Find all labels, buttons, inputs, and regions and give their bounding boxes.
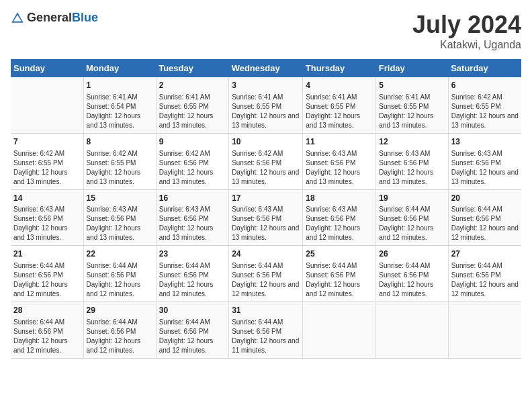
col-header-thursday: Thursday <box>303 59 376 77</box>
calendar-header-row: SundayMondayTuesdayWednesdayThursdayFrid… <box>11 59 521 77</box>
calendar-cell: 1Sunrise: 6:41 AMSunset: 6:54 PMDaylight… <box>83 77 156 133</box>
day-info: Sunrise: 6:42 AMSunset: 6:55 PMDaylight:… <box>13 149 81 187</box>
calendar-cell: 30Sunrise: 6:44 AMSunset: 6:56 PMDayligh… <box>156 302 228 359</box>
logo-general: General <box>27 11 72 24</box>
calendar-cell: 2Sunrise: 6:41 AMSunset: 6:55 PMDaylight… <box>156 77 228 133</box>
calendar-cell: 5Sunrise: 6:41 AMSunset: 6:55 PMDaylight… <box>376 77 448 133</box>
day-info: Sunrise: 6:41 AMSunset: 6:55 PMDaylight:… <box>232 93 300 130</box>
calendar-cell: 22Sunrise: 6:44 AMSunset: 6:56 PMDayligh… <box>83 246 156 302</box>
day-info: Sunrise: 6:41 AMSunset: 6:55 PMDaylight:… <box>159 93 226 130</box>
day-info: Sunrise: 6:42 AMSunset: 6:56 PMDaylight:… <box>232 149 300 187</box>
day-info: Sunrise: 6:44 AMSunset: 6:56 PMDaylight:… <box>232 261 300 299</box>
day-info: Sunrise: 6:44 AMSunset: 6:56 PMDaylight:… <box>306 261 373 299</box>
day-number: 25 <box>306 248 373 260</box>
calendar-cell: 16Sunrise: 6:43 AMSunset: 6:56 PMDayligh… <box>156 189 228 246</box>
calendar-cell: 19Sunrise: 6:44 AMSunset: 6:56 PMDayligh… <box>376 189 448 246</box>
calendar-cell: 11Sunrise: 6:43 AMSunset: 6:56 PMDayligh… <box>303 133 376 189</box>
calendar-cell: 28Sunrise: 6:44 AMSunset: 6:56 PMDayligh… <box>11 302 83 359</box>
calendar-cell: 10Sunrise: 6:42 AMSunset: 6:56 PMDayligh… <box>229 133 303 189</box>
day-number: 8 <box>87 136 153 148</box>
col-header-saturday: Saturday <box>448 59 521 77</box>
day-number: 21 <box>13 248 81 260</box>
day-number: 13 <box>451 136 519 148</box>
day-number: 19 <box>379 193 445 204</box>
day-info: Sunrise: 6:44 AMSunset: 6:56 PMDaylight:… <box>13 261 81 299</box>
day-number: 7 <box>13 136 81 148</box>
day-info: Sunrise: 6:41 AMSunset: 6:55 PMDaylight:… <box>379 93 445 130</box>
day-info: Sunrise: 6:43 AMSunset: 6:56 PMDaylight:… <box>87 205 153 242</box>
subtitle: Katakwi, Uganda <box>412 39 521 51</box>
calendar-cell: 14Sunrise: 6:43 AMSunset: 6:56 PMDayligh… <box>11 189 83 246</box>
day-info: Sunrise: 6:44 AMSunset: 6:56 PMDaylight:… <box>451 205 519 242</box>
calendar-cell: 26Sunrise: 6:44 AMSunset: 6:56 PMDayligh… <box>376 246 448 302</box>
day-number: 17 <box>232 193 300 204</box>
day-info: Sunrise: 6:41 AMSunset: 6:55 PMDaylight:… <box>306 93 373 130</box>
calendar-cell: 7Sunrise: 6:42 AMSunset: 6:55 PMDaylight… <box>11 133 83 189</box>
day-number: 1 <box>87 80 153 91</box>
day-info: Sunrise: 6:44 AMSunset: 6:56 PMDaylight:… <box>87 261 153 299</box>
calendar-cell: 9Sunrise: 6:42 AMSunset: 6:56 PMDaylight… <box>156 133 228 189</box>
day-number: 15 <box>87 193 153 204</box>
calendar-cell: 6Sunrise: 6:42 AMSunset: 6:55 PMDaylight… <box>448 77 521 133</box>
calendar-cell: 8Sunrise: 6:42 AMSunset: 6:55 PMDaylight… <box>83 133 156 189</box>
logo: GeneralBlue <box>11 11 98 25</box>
page-header: GeneralBlue July 2024 Katakwi, Uganda <box>11 11 521 51</box>
day-info: Sunrise: 6:43 AMSunset: 6:56 PMDaylight:… <box>451 149 519 187</box>
day-number: 24 <box>232 248 300 260</box>
day-number: 28 <box>13 305 81 316</box>
day-number: 22 <box>87 248 153 260</box>
calendar-cell: 23Sunrise: 6:44 AMSunset: 6:56 PMDayligh… <box>156 246 228 302</box>
day-info: Sunrise: 6:44 AMSunset: 6:56 PMDaylight:… <box>451 261 519 299</box>
col-header-tuesday: Tuesday <box>156 59 228 77</box>
calendar-cell: 15Sunrise: 6:43 AMSunset: 6:56 PMDayligh… <box>83 189 156 246</box>
day-info: Sunrise: 6:44 AMSunset: 6:56 PMDaylight:… <box>232 318 300 355</box>
week-row-1: 1Sunrise: 6:41 AMSunset: 6:54 PMDaylight… <box>11 77 521 133</box>
title-block: July 2024 Katakwi, Uganda <box>412 11 521 51</box>
col-header-sunday: Sunday <box>11 59 83 77</box>
day-number: 2 <box>159 80 226 91</box>
calendar-cell: 29Sunrise: 6:44 AMSunset: 6:56 PMDayligh… <box>83 302 156 359</box>
main-title: July 2024 <box>412 11 521 39</box>
day-number: 26 <box>379 248 445 260</box>
calendar-cell: 27Sunrise: 6:44 AMSunset: 6:56 PMDayligh… <box>448 246 521 302</box>
calendar-cell <box>376 302 448 359</box>
calendar-table: SundayMondayTuesdayWednesdayThursdayFrid… <box>11 59 521 359</box>
calendar-cell: 21Sunrise: 6:44 AMSunset: 6:56 PMDayligh… <box>11 246 83 302</box>
week-row-4: 21Sunrise: 6:44 AMSunset: 6:56 PMDayligh… <box>11 246 521 302</box>
day-number: 14 <box>13 193 81 204</box>
day-info: Sunrise: 6:42 AMSunset: 6:56 PMDaylight:… <box>159 149 226 187</box>
logo-blue: Blue <box>72 11 98 24</box>
day-info: Sunrise: 6:43 AMSunset: 6:56 PMDaylight:… <box>379 149 445 187</box>
day-number: 6 <box>451 80 519 91</box>
calendar-cell: 24Sunrise: 6:44 AMSunset: 6:56 PMDayligh… <box>229 246 303 302</box>
day-info: Sunrise: 6:43 AMSunset: 6:56 PMDaylight:… <box>159 205 226 242</box>
week-row-3: 14Sunrise: 6:43 AMSunset: 6:56 PMDayligh… <box>11 189 521 246</box>
calendar-cell <box>448 302 521 359</box>
day-number: 3 <box>232 80 300 91</box>
day-info: Sunrise: 6:44 AMSunset: 6:56 PMDaylight:… <box>379 205 445 242</box>
day-info: Sunrise: 6:44 AMSunset: 6:56 PMDaylight:… <box>13 318 81 355</box>
day-number: 29 <box>87 305 153 316</box>
day-info: Sunrise: 6:44 AMSunset: 6:56 PMDaylight:… <box>379 261 445 299</box>
calendar-cell: 13Sunrise: 6:43 AMSunset: 6:56 PMDayligh… <box>448 133 521 189</box>
day-number: 4 <box>306 80 373 91</box>
day-number: 31 <box>232 305 300 316</box>
logo-icon <box>11 11 24 25</box>
day-info: Sunrise: 6:43 AMSunset: 6:56 PMDaylight:… <box>13 205 81 242</box>
calendar-cell: 12Sunrise: 6:43 AMSunset: 6:56 PMDayligh… <box>376 133 448 189</box>
calendar-cell <box>303 302 376 359</box>
day-number: 12 <box>379 136 445 148</box>
calendar-cell <box>11 77 83 133</box>
day-number: 5 <box>379 80 445 91</box>
day-info: Sunrise: 6:41 AMSunset: 6:54 PMDaylight:… <box>87 93 153 130</box>
day-number: 27 <box>451 248 519 260</box>
day-info: Sunrise: 6:42 AMSunset: 6:55 PMDaylight:… <box>87 149 153 187</box>
calendar-cell: 4Sunrise: 6:41 AMSunset: 6:55 PMDaylight… <box>303 77 376 133</box>
col-header-wednesday: Wednesday <box>229 59 303 77</box>
col-header-monday: Monday <box>83 59 156 77</box>
day-number: 10 <box>232 136 300 148</box>
day-number: 23 <box>159 248 226 260</box>
day-info: Sunrise: 6:42 AMSunset: 6:55 PMDaylight:… <box>451 93 519 130</box>
calendar-cell: 18Sunrise: 6:43 AMSunset: 6:56 PMDayligh… <box>303 189 376 246</box>
week-row-5: 28Sunrise: 6:44 AMSunset: 6:56 PMDayligh… <box>11 302 521 359</box>
